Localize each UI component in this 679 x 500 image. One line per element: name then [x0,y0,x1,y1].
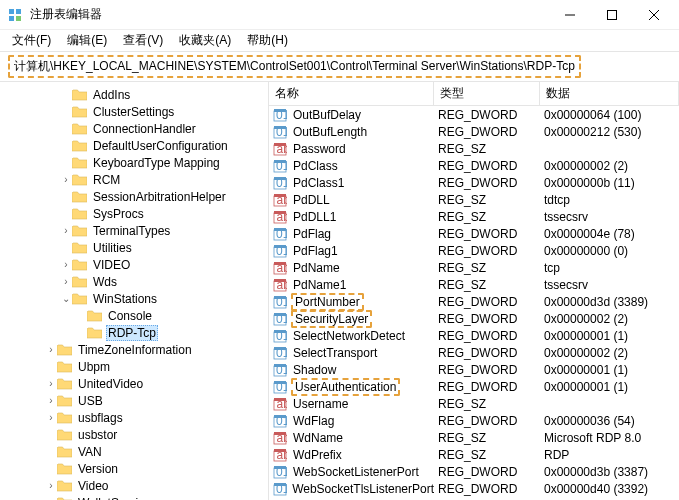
value-row[interactable]: 011ShadowREG_DWORD0x00000001 (1) [269,361,679,378]
col-data[interactable]: 数据 [540,82,679,105]
tree-item[interactable]: AddIns [0,86,268,103]
tree-item[interactable]: ›TerminalTypes [0,222,268,239]
expand-icon[interactable]: › [60,259,72,270]
tree-item-label: ConnectionHandler [91,122,198,136]
value-data: 0x00000d3d (3389) [540,295,679,309]
svg-text:011: 011 [276,227,287,241]
tree-item[interactable]: ›WalletService [0,494,268,500]
tree-item[interactable]: ›UnitedVideo [0,375,268,392]
string-value-icon: ab [273,278,289,292]
tree-item[interactable]: DefaultUserConfiguration [0,137,268,154]
col-name[interactable]: 名称 [269,82,434,105]
tree-item[interactable]: ›TimeZoneInformation [0,341,268,358]
tree-item[interactable]: Ubpm [0,358,268,375]
value-name: WdPrefix [293,448,342,462]
value-type: REG_DWORD [434,329,540,343]
tree-item[interactable]: ConnectionHandler [0,120,268,137]
value-row[interactable]: 011SelectNetworkDetectREG_DWORD0x0000000… [269,327,679,344]
value-row[interactable]: abPasswordREG_SZ [269,140,679,157]
value-row[interactable]: 011SecurityLayerREG_DWORD0x00000002 (2) [269,310,679,327]
tree-item[interactable]: Version [0,460,268,477]
value-row[interactable]: abPdDLLREG_SZtdtcp [269,191,679,208]
expand-icon[interactable]: › [60,276,72,287]
tree-item[interactable]: ›USB [0,392,268,409]
value-data: Microsoft RDP 8.0 [540,431,679,445]
value-row[interactable]: abPdDLL1REG_SZtssecsrv [269,208,679,225]
address-bar[interactable]: 计算机\HKEY_LOCAL_MACHINE\SYSTEM\ControlSet… [8,55,581,78]
expand-icon[interactable]: › [60,174,72,185]
value-row[interactable]: abPdNameREG_SZtcp [269,259,679,276]
string-value-icon: ab [273,448,289,462]
string-value-icon: ab [273,193,289,207]
folder-icon [57,377,73,391]
menu-view[interactable]: 查看(V) [117,30,169,51]
tree-item[interactable]: KeyboardType Mapping [0,154,268,171]
tree-item[interactable]: Console [0,307,268,324]
value-name: OutBufLength [293,125,367,139]
value-row[interactable]: abPdName1REG_SZtssecsrv [269,276,679,293]
value-row[interactable]: abUsernameREG_SZ [269,395,679,412]
svg-text:011: 011 [276,312,287,326]
expand-icon[interactable]: › [45,344,57,355]
expand-icon[interactable]: › [45,378,57,389]
value-name: PdName1 [293,278,346,292]
value-row[interactable]: 011OutBufDelayREG_DWORD0x00000064 (100) [269,106,679,123]
svg-text:011: 011 [276,380,287,394]
value-list[interactable]: 名称 类型 数据 011OutBufDelayREG_DWORD0x000000… [269,82,679,500]
col-type[interactable]: 类型 [434,82,540,105]
value-name: PdDLL1 [293,210,336,224]
value-row[interactable]: 011WebSocketTlsListenerPortREG_DWORD0x00… [269,480,679,497]
value-row[interactable]: 011WebSocketListenerPortREG_DWORD0x00000… [269,463,679,480]
tree-item[interactable]: SysProcs [0,205,268,222]
value-row[interactable]: 011PdClass1REG_DWORD0x0000000b (11) [269,174,679,191]
tree-item[interactable]: ›Wds [0,273,268,290]
value-row[interactable]: 011PdFlag1REG_DWORD0x00000000 (0) [269,242,679,259]
menu-edit[interactable]: 编辑(E) [61,30,113,51]
menu-help[interactable]: 帮助(H) [241,30,294,51]
tree-item[interactable]: SessionArbitrationHelper [0,188,268,205]
value-name: PdClass1 [293,176,344,190]
value-type: REG_DWORD [434,363,540,377]
value-type: REG_DWORD [434,125,540,139]
minimize-button[interactable] [549,1,591,29]
expand-icon[interactable]: › [45,395,57,406]
value-type: REG_DWORD [434,482,540,496]
folder-icon [72,105,88,119]
tree-item[interactable]: ›usbflags [0,409,268,426]
expand-icon[interactable]: › [45,412,57,423]
tree-item[interactable]: Utilities [0,239,268,256]
tree-item[interactable]: usbstor [0,426,268,443]
tree-item-label: Console [106,309,154,323]
value-row[interactable]: 011OutBufLengthREG_DWORD0x00000212 (530) [269,123,679,140]
tree-item[interactable]: ›VIDEO [0,256,268,273]
value-row[interactable]: 011SelectTransportREG_DWORD0x00000002 (2… [269,344,679,361]
menu-favorites[interactable]: 收藏夹(A) [173,30,237,51]
collapse-icon[interactable]: ⌄ [60,293,72,304]
folder-icon [57,428,73,442]
tree-item-label: VIDEO [91,258,132,272]
value-row[interactable]: 011PdFlagREG_DWORD0x0000004e (78) [269,225,679,242]
tree-item[interactable]: ClusterSettings [0,103,268,120]
value-name: PdClass [293,159,338,173]
tree-item[interactable]: RDP-Tcp [0,324,268,341]
registry-tree[interactable]: AddInsClusterSettingsConnectionHandlerDe… [0,82,269,500]
tree-item[interactable]: ›RCM [0,171,268,188]
value-row[interactable]: abWdPrefixREG_SZRDP [269,446,679,463]
maximize-button[interactable] [591,1,633,29]
value-row[interactable]: 011UserAuthenticationREG_DWORD0x00000001… [269,378,679,395]
folder-icon [72,173,88,187]
tree-item[interactable]: ›Video [0,477,268,494]
value-row[interactable]: abWdNameREG_SZMicrosoft RDP 8.0 [269,429,679,446]
folder-icon [72,88,88,102]
expand-icon[interactable]: › [60,225,72,236]
expand-icon[interactable]: › [45,480,57,491]
value-row[interactable]: 011WdFlagREG_DWORD0x00000036 (54) [269,412,679,429]
value-row[interactable]: 011PdClassREG_DWORD0x00000002 (2) [269,157,679,174]
menu-file[interactable]: 文件(F) [6,30,57,51]
tree-item[interactable]: ⌄WinStations [0,290,268,307]
value-row[interactable]: 011PortNumberREG_DWORD0x00000d3d (3389) [269,293,679,310]
value-type: REG_SZ [434,397,540,411]
close-button[interactable] [633,1,675,29]
tree-item[interactable]: VAN [0,443,268,460]
folder-icon [72,275,88,289]
